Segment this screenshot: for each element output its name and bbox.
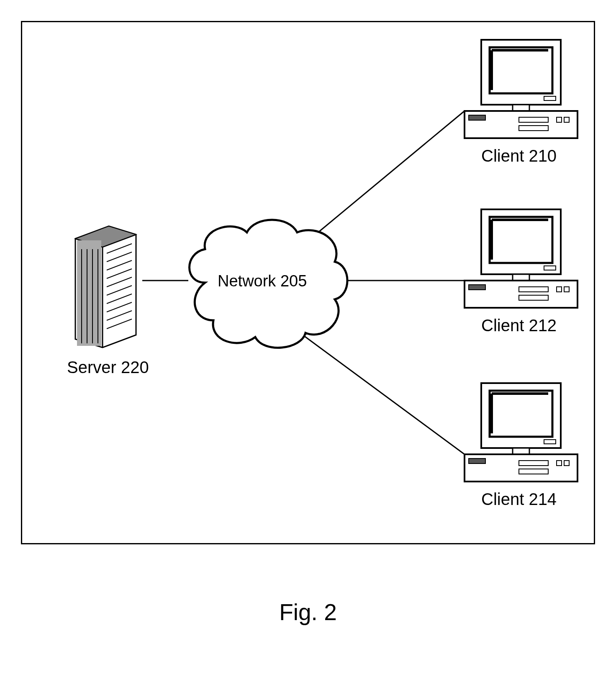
svg-rect-54 <box>519 469 548 474</box>
svg-rect-52 <box>469 458 485 464</box>
svg-line-16 <box>107 286 132 295</box>
svg-rect-46 <box>490 391 552 437</box>
svg-rect-34 <box>490 217 552 263</box>
svg-rect-25 <box>544 96 556 100</box>
svg-rect-38 <box>513 274 529 281</box>
svg-line-19 <box>107 311 132 320</box>
server-label: Server 220 <box>67 358 149 377</box>
svg-rect-29 <box>519 117 548 122</box>
client1-icon <box>460 36 582 144</box>
svg-rect-32 <box>564 117 569 122</box>
svg-line-18 <box>107 302 132 312</box>
svg-rect-44 <box>564 287 569 292</box>
svg-rect-37 <box>544 266 556 270</box>
network-label: Network 205 <box>218 272 307 290</box>
client2-label: Client 212 <box>481 316 557 335</box>
svg-line-15 <box>107 277 132 287</box>
svg-rect-42 <box>519 295 548 300</box>
svg-rect-31 <box>557 117 562 122</box>
svg-rect-28 <box>469 115 485 120</box>
svg-line-13 <box>107 260 132 270</box>
svg-rect-55 <box>557 461 562 466</box>
svg-rect-53 <box>519 461 548 466</box>
svg-line-14 <box>107 269 132 278</box>
svg-line-20 <box>107 319 132 329</box>
diagram-container: Server 220 Network 205 Client 210 <box>21 21 595 565</box>
svg-rect-30 <box>519 126 548 131</box>
svg-rect-56 <box>564 461 569 466</box>
client3-label: Client 214 <box>481 490 557 509</box>
svg-rect-22 <box>490 47 552 93</box>
svg-rect-49 <box>544 440 556 444</box>
server-icon <box>67 222 151 356</box>
svg-line-17 <box>107 294 132 304</box>
svg-rect-43 <box>557 287 562 292</box>
svg-line-11 <box>107 244 132 253</box>
figure-caption: Fig. 2 <box>0 599 616 626</box>
svg-rect-40 <box>469 285 485 290</box>
svg-rect-41 <box>519 287 548 292</box>
svg-rect-50 <box>513 448 529 454</box>
client1-label: Client 210 <box>481 147 557 165</box>
client2-icon <box>460 205 582 314</box>
svg-line-12 <box>107 252 132 262</box>
client3-icon <box>460 379 582 488</box>
svg-rect-26 <box>513 105 529 111</box>
